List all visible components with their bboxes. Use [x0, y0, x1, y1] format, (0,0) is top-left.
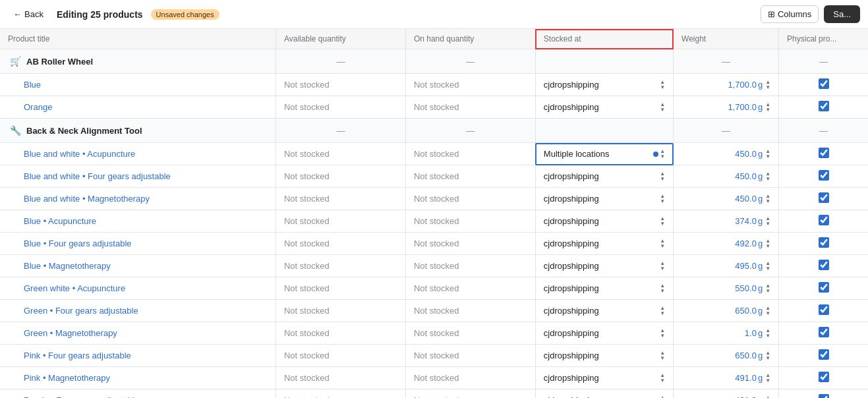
- stocked-at-cell[interactable]: cjdropshipping ▲▼: [535, 188, 673, 210]
- col-header-stocked-at: Stocked at: [535, 29, 673, 49]
- stocked-at-spinner[interactable]: ▲▼: [660, 102, 665, 113]
- stocked-at-dot: [652, 149, 658, 159]
- stocked-at-cell[interactable]: cjdropshipping ▲▼: [535, 255, 673, 277]
- table-row: Pink • Four gears adjustable Not stocked…: [0, 345, 868, 367]
- stocked-at-cell[interactable]: cjdropshipping ▲▼: [535, 300, 673, 322]
- available-qty-cell: Not stocked: [275, 277, 405, 300]
- weight-unit: g: [758, 283, 763, 293]
- stocked-at-cell[interactable]: cjdropshipping ▲▼: [535, 210, 673, 233]
- physical-checkbox-cell: [779, 255, 868, 277]
- onhand-qty-value: Not stocked: [414, 261, 459, 271]
- available-qty-cell: Not stocked: [275, 96, 405, 119]
- weight-spinner[interactable]: ▲▼: [765, 351, 770, 361]
- stocked-at-spinner[interactable]: ▲▼: [660, 171, 665, 182]
- physical-checkbox[interactable]: [819, 78, 829, 89]
- weight-spinner[interactable]: ▲▼: [765, 216, 770, 227]
- stocked-at-cell[interactable]: cjdropshipping ▲▼: [535, 322, 673, 345]
- weight-spinner[interactable]: ▲▼: [765, 102, 770, 113]
- available-qty-cell: Not stocked: [275, 143, 405, 165]
- parent-product-title-cell: 🔧 Back & Neck Alignment Tool: [0, 119, 275, 143]
- physical-checkbox[interactable]: [819, 148, 829, 158]
- table-row: Purple • Four gears adjustable Not stock…: [0, 389, 868, 399]
- variant-title-cell: Green • Magnetotherapy: [0, 322, 275, 345]
- weight-spinner[interactable]: ▲▼: [765, 194, 770, 204]
- stocked-at-spinner[interactable]: ▲▼: [660, 80, 665, 90]
- physical-checkbox[interactable]: [819, 282, 829, 293]
- physical-checkbox[interactable]: [819, 304, 829, 315]
- stocked-at-cell[interactable]: Multiple locations ▲▼: [535, 143, 673, 165]
- table-row: Orange Not stocked Not stocked cjdropshi…: [0, 96, 868, 119]
- weight-cell: 1.0 g ▲▼: [674, 322, 779, 345]
- physical-checkbox[interactable]: [819, 170, 829, 181]
- parent-weight-cell: —: [674, 49, 779, 74]
- stocked-at-spinner[interactable]: ▲▼: [660, 351, 665, 361]
- physical-checkbox[interactable]: [819, 215, 829, 225]
- stocked-at-spinner[interactable]: ▲▼: [660, 306, 665, 316]
- stocked-at-cell[interactable]: cjdropshipping ▲▼: [535, 74, 673, 96]
- stocked-at-spinner[interactable]: ▲▼: [660, 395, 665, 399]
- available-qty-value: Not stocked: [284, 171, 330, 181]
- weight-spinner[interactable]: ▲▼: [765, 80, 770, 90]
- stocked-at-spinner[interactable]: ▲▼: [660, 283, 665, 294]
- weight-spinner[interactable]: ▲▼: [765, 149, 770, 159]
- weight-value: 1,700.0: [728, 80, 757, 90]
- parent-title: AB Roller Wheel: [26, 57, 93, 67]
- physical-checkbox[interactable]: [819, 192, 829, 203]
- table-wrapper: Product title Available quantity On hand…: [0, 29, 868, 398]
- weight-unit: g: [758, 216, 763, 226]
- back-button[interactable]: ← Back: [8, 7, 49, 22]
- onhand-qty-value: Not stocked: [414, 216, 459, 226]
- product-icon: 🛒: [8, 54, 22, 69]
- weight-spinner[interactable]: ▲▼: [765, 328, 770, 339]
- stocked-at-cell[interactable]: cjdropshipping ▲▼: [535, 389, 673, 399]
- stocked-at-cell[interactable]: cjdropshipping ▲▼: [535, 367, 673, 389]
- weight-spinner[interactable]: ▲▼: [765, 261, 770, 271]
- stocked-at-spinner[interactable]: ▲▼: [660, 194, 665, 204]
- onhand-qty-cell: Not stocked: [405, 188, 535, 210]
- stocked-at-cell[interactable]: cjdropshipping ▲▼: [535, 233, 673, 255]
- stocked-at-spinner[interactable]: ▲▼: [660, 261, 665, 271]
- physical-checkbox[interactable]: [819, 349, 829, 360]
- physical-checkbox-cell: [779, 74, 868, 96]
- weight-spinner[interactable]: ▲▼: [765, 395, 770, 399]
- weight-cell: 450.0 g ▲▼: [674, 165, 779, 188]
- weight-spinner[interactable]: ▲▼: [765, 306, 770, 316]
- stocked-at-spinner[interactable]: ▲▼: [660, 328, 665, 339]
- variant-title-cell: Blue • Four gears adjustable: [0, 233, 275, 255]
- save-button[interactable]: Sa...: [824, 5, 860, 23]
- physical-checkbox[interactable]: [819, 372, 829, 382]
- available-qty-cell: Not stocked: [275, 74, 405, 96]
- stocked-at-spinner[interactable]: ▲▼: [660, 239, 665, 249]
- physical-checkbox[interactable]: [819, 237, 829, 248]
- stocked-at-cell[interactable]: cjdropshipping ▲▼: [535, 96, 673, 119]
- columns-button[interactable]: ⊞ Columns: [761, 5, 819, 23]
- available-qty-value: Not stocked: [284, 216, 330, 226]
- physical-checkbox[interactable]: [819, 101, 829, 111]
- table-row: Blue • Magnetotherapy Not stocked Not st…: [0, 255, 868, 277]
- stocked-at-cell[interactable]: cjdropshipping ▲▼: [535, 345, 673, 367]
- physical-checkbox-cell: [779, 322, 868, 345]
- variant-title-cell: Purple • Four gears adjustable: [0, 389, 275, 399]
- physical-checkbox-cell: [779, 96, 868, 119]
- physical-checkbox-cell: [779, 389, 868, 399]
- weight-unit: g: [758, 239, 763, 248]
- variant-title: Blue and white • Four gears adjustable: [24, 171, 171, 181]
- weight-spinner[interactable]: ▲▼: [765, 239, 770, 249]
- stocked-at-cell[interactable]: cjdropshipping ▲▼: [535, 277, 673, 300]
- onhand-qty-cell: Not stocked: [405, 210, 535, 233]
- stocked-at-spinner[interactable]: ▲▼: [660, 373, 665, 384]
- physical-checkbox[interactable]: [819, 327, 829, 337]
- physical-checkbox[interactable]: [819, 260, 829, 270]
- weight-spinner[interactable]: ▲▼: [765, 373, 770, 384]
- weight-spinner[interactable]: ▲▼: [765, 171, 770, 182]
- weight-spinner[interactable]: ▲▼: [765, 283, 770, 294]
- physical-checkbox[interactable]: [819, 394, 829, 398]
- parent-onhand-cell: —: [405, 119, 535, 143]
- weight-value: 495.0: [735, 261, 757, 271]
- weight-value: 1.0: [745, 328, 757, 338]
- stocked-at-spinner[interactable]: ▲▼: [660, 216, 665, 227]
- weight-value: 650.0: [735, 306, 757, 316]
- stocked-at-cell[interactable]: cjdropshipping ▲▼: [535, 165, 673, 188]
- stocked-at-spinner[interactable]: ▲▼: [660, 149, 665, 159]
- weight-unit: g: [758, 261, 763, 271]
